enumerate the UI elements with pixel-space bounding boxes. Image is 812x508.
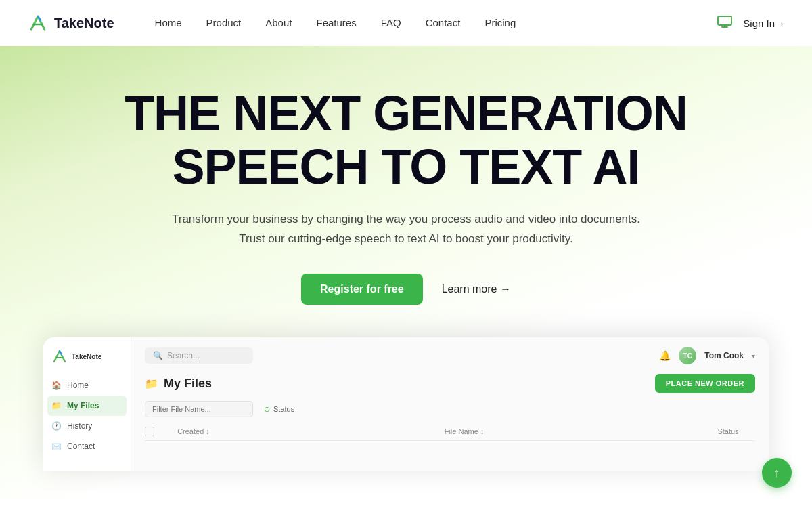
app-sidebar: TakeNote 🏠 Home 📁 My Files 🕐 History ✉️ …	[43, 337, 131, 471]
svg-rect-0	[718, 16, 731, 25]
app-preview: TakeNote 🏠 Home 📁 My Files 🕐 History ✉️ …	[43, 337, 769, 471]
logo-icon	[27, 12, 49, 34]
nav-home[interactable]: Home	[155, 17, 182, 28]
app-main: 🔍 Search... 🔔 TC Tom Cook ▾ 📁 My Files	[131, 337, 769, 471]
register-button[interactable]: Register for free	[301, 274, 423, 305]
app-nav-contact[interactable]: ✉️ Contact	[43, 436, 131, 457]
table-select-all-checkbox[interactable]	[145, 427, 154, 436]
nav-right: Sign In→	[717, 16, 785, 30]
hero-section: THE NEXT GENERATION SPEECH TO TEXT AI Tr…	[0, 46, 812, 499]
history-icon: 🕐	[51, 421, 62, 431]
place-new-order-button[interactable]: PLACE NEW ORDER	[655, 374, 755, 393]
learn-more-button[interactable]: Learn more →	[442, 283, 511, 295]
logo-link[interactable]: TakeNote	[27, 12, 114, 34]
nav-features[interactable]: Features	[316, 17, 356, 28]
app-nav-history[interactable]: 🕐 History	[43, 416, 131, 436]
nav-links: Home Product About Features FAQ Contact …	[155, 17, 718, 29]
app-topbar: 🔍 Search... 🔔 TC Tom Cook ▾	[145, 347, 755, 364]
app-content-header: 📁 My Files PLACE NEW ORDER	[145, 374, 755, 393]
nav-contact[interactable]: Contact	[426, 17, 461, 28]
contact-icon: ✉️	[51, 442, 62, 451]
table-col-filename: File Name ↕	[233, 427, 696, 436]
chevron-down-icon: ▾	[752, 352, 755, 360]
notification-bell-icon[interactable]: 🔔	[659, 350, 671, 361]
navbar: TakeNote Home Product About Features FAQ…	[0, 0, 812, 46]
app-logo-icon	[51, 348, 68, 364]
app-nav-myfiles[interactable]: 📁 My Files	[47, 396, 127, 416]
monitor-icon	[717, 16, 732, 30]
app-nav-home[interactable]: 🏠 Home	[43, 375, 131, 396]
filter-icon: ⊙	[264, 405, 270, 414]
status-filter[interactable]: ⊙ Status	[264, 405, 294, 414]
app-logo-area: TakeNote	[43, 345, 131, 375]
nav-faq[interactable]: FAQ	[381, 17, 401, 28]
table-header: Created ↕ File Name ↕ Status	[145, 423, 755, 441]
arrow-up-icon: ↑	[774, 466, 780, 480]
nav-pricing[interactable]: Pricing	[484, 17, 516, 28]
hero-title: THE NEXT GENERATION SPEECH TO TEXT AI	[27, 87, 785, 194]
search-icon: 🔍	[153, 351, 163, 360]
folder-icon: 📁	[145, 377, 158, 390]
avatar: TC	[679, 347, 696, 364]
table-col-created: Created ↕	[160, 427, 227, 436]
table-filters: ⊙ Status	[145, 401, 755, 417]
hero-subtitle: Transform your business by changing the …	[27, 210, 785, 249]
nav-about[interactable]: About	[265, 17, 292, 28]
nav-product[interactable]: Product	[206, 17, 242, 28]
home-icon: 🏠	[51, 381, 62, 390]
app-search[interactable]: 🔍 Search...	[145, 347, 253, 364]
scroll-up-button[interactable]: ↑	[762, 458, 792, 488]
hero-buttons: Register for free Learn more →	[27, 274, 785, 305]
app-topbar-right: 🔔 TC Tom Cook ▾	[659, 347, 755, 364]
logo-text: TakeNote	[54, 16, 114, 31]
username-label: Tom Cook	[704, 351, 744, 360]
app-logo-text: TakeNote	[72, 353, 102, 360]
myfiles-icon: 📁	[51, 401, 62, 410]
sign-in-link[interactable]: Sign In→	[743, 18, 785, 29]
table-col-status: Status	[701, 427, 755, 436]
filter-filename-input[interactable]	[145, 401, 253, 417]
page-title: 📁 My Files	[145, 377, 212, 391]
